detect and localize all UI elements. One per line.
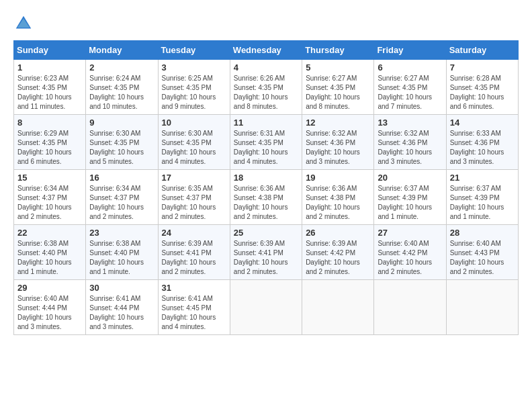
day-cell: 8Sunrise: 6:29 AMSunset: 4:35 PMDaylight…: [14, 115, 86, 170]
day-info: Sunrise: 6:32 AMSunset: 4:36 PMDaylight:…: [378, 130, 432, 165]
day-number: 17: [162, 173, 226, 183]
day-number: 1: [17, 62, 82, 73]
day-number: 16: [89, 173, 154, 183]
day-info: Sunrise: 6:25 AMSunset: 4:35 PMDaylight:…: [162, 75, 216, 110]
day-number: 8: [17, 118, 82, 128]
calendar-table: SundayMondayTuesdayWednesdayThursdayFrid…: [13, 40, 519, 335]
day-number: 31: [162, 283, 226, 293]
empty-cell: [374, 280, 446, 335]
day-cell: 16Sunrise: 6:34 AMSunset: 4:37 PMDayligh…: [86, 170, 158, 225]
day-info: Sunrise: 6:39 AMSunset: 4:42 PMDaylight:…: [306, 240, 360, 275]
day-number: 28: [450, 228, 515, 238]
day-number: 11: [234, 118, 298, 128]
day-number: 3: [162, 62, 226, 73]
day-info: Sunrise: 6:40 AMSunset: 4:43 PMDaylight:…: [450, 240, 504, 275]
day-cell: 23Sunrise: 6:38 AMSunset: 4:40 PMDayligh…: [86, 225, 158, 280]
day-number: 30: [89, 283, 154, 293]
day-info: Sunrise: 6:33 AMSunset: 4:36 PMDaylight:…: [450, 130, 504, 165]
day-info: Sunrise: 6:38 AMSunset: 4:40 PMDaylight:…: [17, 240, 72, 275]
day-header: Friday: [374, 41, 446, 60]
day-number: 4: [234, 62, 298, 73]
day-info: Sunrise: 6:34 AMSunset: 4:37 PMDaylight:…: [89, 185, 144, 220]
day-info: Sunrise: 6:39 AMSunset: 4:41 PMDaylight:…: [234, 240, 288, 275]
day-info: Sunrise: 6:41 AMSunset: 4:45 PMDaylight:…: [162, 295, 216, 330]
day-header: Saturday: [446, 41, 518, 60]
day-info: Sunrise: 6:40 AMSunset: 4:44 PMDaylight:…: [17, 295, 72, 330]
day-number: 6: [378, 62, 442, 73]
day-number: 9: [89, 118, 154, 128]
day-cell: 31Sunrise: 6:41 AMSunset: 4:45 PMDayligh…: [158, 280, 230, 335]
day-header: Sunday: [14, 41, 86, 60]
day-number: 14: [450, 118, 515, 128]
day-number: 21: [450, 173, 515, 183]
day-number: 2: [89, 62, 154, 73]
day-cell: 14Sunrise: 6:33 AMSunset: 4:36 PMDayligh…: [446, 115, 518, 170]
day-info: Sunrise: 6:36 AMSunset: 4:38 PMDaylight:…: [234, 185, 288, 220]
day-cell: 22Sunrise: 6:38 AMSunset: 4:40 PMDayligh…: [14, 225, 86, 280]
day-cell: 7Sunrise: 6:28 AMSunset: 4:35 PMDaylight…: [446, 60, 518, 115]
day-info: Sunrise: 6:23 AMSunset: 4:35 PMDaylight:…: [17, 75, 72, 110]
day-cell: 11Sunrise: 6:31 AMSunset: 4:35 PMDayligh…: [230, 115, 302, 170]
page-header: [13, 13, 519, 34]
day-info: Sunrise: 6:40 AMSunset: 4:42 PMDaylight:…: [378, 240, 432, 275]
day-cell: 27Sunrise: 6:40 AMSunset: 4:42 PMDayligh…: [374, 225, 446, 280]
day-cell: 2Sunrise: 6:24 AMSunset: 4:35 PMDaylight…: [86, 60, 158, 115]
day-cell: 12Sunrise: 6:32 AMSunset: 4:36 PMDayligh…: [302, 115, 374, 170]
day-number: 20: [378, 173, 442, 183]
day-cell: 25Sunrise: 6:39 AMSunset: 4:41 PMDayligh…: [230, 225, 302, 280]
day-info: Sunrise: 6:37 AMSunset: 4:39 PMDaylight:…: [378, 185, 432, 220]
day-info: Sunrise: 6:41 AMSunset: 4:44 PMDaylight:…: [89, 295, 144, 330]
day-header: Tuesday: [158, 41, 230, 60]
empty-cell: [230, 280, 302, 335]
day-number: 15: [17, 173, 82, 183]
day-cell: 3Sunrise: 6:25 AMSunset: 4:35 PMDaylight…: [158, 60, 230, 115]
day-number: 23: [89, 228, 154, 238]
day-number: 12: [306, 118, 370, 128]
day-info: Sunrise: 6:28 AMSunset: 4:35 PMDaylight:…: [450, 75, 504, 110]
day-cell: 19Sunrise: 6:36 AMSunset: 4:38 PMDayligh…: [302, 170, 374, 225]
day-number: 26: [306, 228, 370, 238]
day-number: 10: [162, 118, 226, 128]
day-info: Sunrise: 6:29 AMSunset: 4:35 PMDaylight:…: [17, 130, 72, 165]
day-cell: 1Sunrise: 6:23 AMSunset: 4:35 PMDaylight…: [14, 60, 86, 115]
day-cell: 4Sunrise: 6:26 AMSunset: 4:35 PMDaylight…: [230, 60, 302, 115]
day-info: Sunrise: 6:37 AMSunset: 4:39 PMDaylight:…: [450, 185, 504, 220]
day-info: Sunrise: 6:30 AMSunset: 4:35 PMDaylight:…: [162, 130, 216, 165]
day-info: Sunrise: 6:34 AMSunset: 4:37 PMDaylight:…: [17, 185, 72, 220]
day-number: 29: [17, 283, 82, 293]
logo: [13, 13, 36, 34]
empty-cell: [446, 280, 518, 335]
day-cell: 28Sunrise: 6:40 AMSunset: 4:43 PMDayligh…: [446, 225, 518, 280]
day-info: Sunrise: 6:27 AMSunset: 4:35 PMDaylight:…: [306, 75, 360, 110]
day-number: 5: [306, 62, 370, 73]
day-cell: 9Sunrise: 6:30 AMSunset: 4:35 PMDaylight…: [86, 115, 158, 170]
day-cell: 5Sunrise: 6:27 AMSunset: 4:35 PMDaylight…: [302, 60, 374, 115]
day-number: 13: [378, 118, 442, 128]
day-info: Sunrise: 6:38 AMSunset: 4:40 PMDaylight:…: [89, 240, 144, 275]
day-cell: 10Sunrise: 6:30 AMSunset: 4:35 PMDayligh…: [158, 115, 230, 170]
day-number: 19: [306, 173, 370, 183]
day-number: 22: [17, 228, 82, 238]
logo-icon: [13, 13, 34, 34]
day-cell: 15Sunrise: 6:34 AMSunset: 4:37 PMDayligh…: [14, 170, 86, 225]
day-header: Thursday: [302, 41, 374, 60]
day-number: 25: [234, 228, 298, 238]
day-header: Monday: [86, 41, 158, 60]
day-number: 24: [162, 228, 226, 238]
day-info: Sunrise: 6:26 AMSunset: 4:35 PMDaylight:…: [234, 75, 288, 110]
day-cell: 13Sunrise: 6:32 AMSunset: 4:36 PMDayligh…: [374, 115, 446, 170]
day-info: Sunrise: 6:27 AMSunset: 4:35 PMDaylight:…: [378, 75, 432, 110]
day-cell: 24Sunrise: 6:39 AMSunset: 4:41 PMDayligh…: [158, 225, 230, 280]
day-cell: 29Sunrise: 6:40 AMSunset: 4:44 PMDayligh…: [14, 280, 86, 335]
day-info: Sunrise: 6:36 AMSunset: 4:38 PMDaylight:…: [306, 185, 360, 220]
day-cell: 21Sunrise: 6:37 AMSunset: 4:39 PMDayligh…: [446, 170, 518, 225]
day-info: Sunrise: 6:39 AMSunset: 4:41 PMDaylight:…: [162, 240, 216, 275]
day-cell: 20Sunrise: 6:37 AMSunset: 4:39 PMDayligh…: [374, 170, 446, 225]
empty-cell: [302, 280, 374, 335]
day-cell: 17Sunrise: 6:35 AMSunset: 4:37 PMDayligh…: [158, 170, 230, 225]
day-header: Wednesday: [230, 41, 302, 60]
day-info: Sunrise: 6:35 AMSunset: 4:37 PMDaylight:…: [162, 185, 216, 220]
day-number: 7: [450, 62, 515, 73]
day-number: 18: [234, 173, 298, 183]
day-info: Sunrise: 6:32 AMSunset: 4:36 PMDaylight:…: [306, 130, 360, 165]
